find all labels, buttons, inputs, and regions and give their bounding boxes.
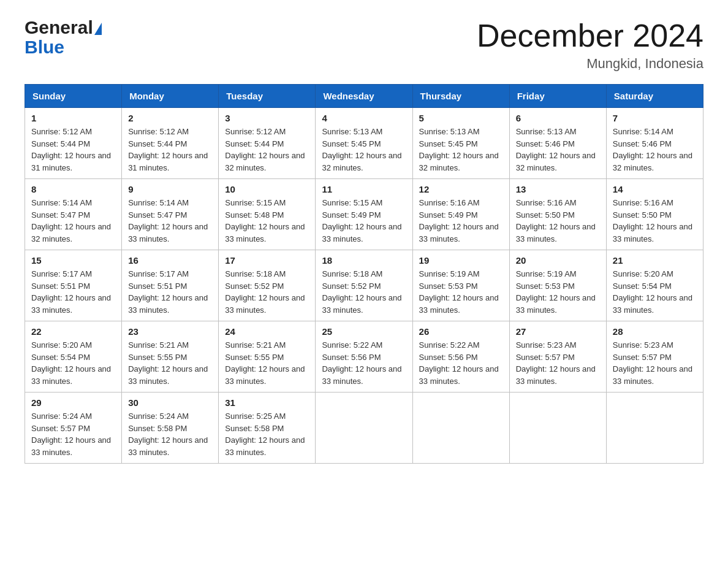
table-row: 28 Sunrise: 5:23 AM Sunset: 5:57 PM Dayl… — [606, 321, 703, 393]
day-number: 3 — [225, 113, 309, 123]
sunrise-label: Sunrise: 5:25 AM — [225, 412, 286, 421]
sunset-label: Sunset: 5:44 PM — [31, 139, 90, 148]
sunrise-label: Sunrise: 5:15 AM — [225, 198, 286, 207]
day-info: Sunrise: 5:16 AM Sunset: 5:50 PM Dayligh… — [613, 197, 697, 245]
daylight-label: Daylight: 12 hours and 33 minutes. — [128, 435, 208, 457]
daylight-label: Daylight: 12 hours and 33 minutes. — [128, 293, 208, 315]
day-info: Sunrise: 5:24 AM Sunset: 5:58 PM Dayligh… — [128, 410, 212, 458]
day-info: Sunrise: 5:17 AM Sunset: 5:51 PM Dayligh… — [128, 268, 212, 316]
day-number: 28 — [613, 326, 697, 337]
daylight-label: Daylight: 12 hours and 31 minutes. — [31, 151, 111, 172]
table-row: 1 Sunrise: 5:12 AM Sunset: 5:44 PM Dayli… — [25, 108, 122, 179]
day-number: 19 — [419, 255, 503, 266]
daylight-label: Daylight: 12 hours and 33 minutes. — [419, 364, 499, 386]
day-info: Sunrise: 5:12 AM Sunset: 5:44 PM Dayligh… — [128, 126, 212, 174]
daylight-label: Daylight: 12 hours and 33 minutes. — [31, 435, 111, 457]
sunrise-label: Sunrise: 5:19 AM — [419, 269, 480, 278]
daylight-label: Daylight: 12 hours and 33 minutes. — [516, 293, 596, 315]
sunset-label: Sunset: 5:51 PM — [31, 282, 90, 291]
sunset-label: Sunset: 5:52 PM — [225, 282, 284, 291]
day-number: 5 — [419, 113, 503, 123]
day-info: Sunrise: 5:12 AM Sunset: 5:44 PM Dayligh… — [31, 126, 115, 174]
sunset-label: Sunset: 5:49 PM — [419, 210, 478, 220]
sunset-label: Sunset: 5:44 PM — [128, 139, 187, 148]
table-row: 12 Sunrise: 5:16 AM Sunset: 5:49 PM Dayl… — [412, 179, 509, 250]
daylight-label: Daylight: 12 hours and 33 minutes. — [128, 364, 208, 386]
daylight-label: Daylight: 12 hours and 33 minutes. — [516, 364, 596, 386]
day-info: Sunrise: 5:15 AM Sunset: 5:49 PM Dayligh… — [322, 197, 406, 245]
page-header: General Blue December 2024 Mungkid, Indo… — [25, 18, 703, 72]
table-row: 4 Sunrise: 5:13 AM Sunset: 5:45 PM Dayli… — [316, 108, 412, 179]
day-number: 7 — [613, 113, 697, 123]
daylight-label: Daylight: 12 hours and 32 minutes. — [31, 222, 111, 243]
col-sunday: Sunday — [25, 85, 122, 108]
table-row: 3 Sunrise: 5:12 AM Sunset: 5:44 PM Dayli… — [219, 108, 316, 179]
sunrise-label: Sunrise: 5:16 AM — [419, 198, 480, 207]
day-info: Sunrise: 5:14 AM Sunset: 5:47 PM Dayligh… — [128, 197, 212, 245]
col-monday: Monday — [122, 85, 219, 108]
sunset-label: Sunset: 5:57 PM — [516, 353, 575, 362]
daylight-label: Daylight: 12 hours and 33 minutes. — [225, 293, 305, 315]
table-row: 21 Sunrise: 5:20 AM Sunset: 5:54 PM Dayl… — [606, 250, 703, 321]
table-row: 25 Sunrise: 5:22 AM Sunset: 5:56 PM Dayl… — [316, 321, 412, 393]
day-info: Sunrise: 5:16 AM Sunset: 5:49 PM Dayligh… — [419, 197, 503, 245]
daylight-label: Daylight: 12 hours and 32 minutes. — [516, 151, 596, 172]
sunset-label: Sunset: 5:54 PM — [31, 353, 90, 362]
day-number: 22 — [31, 326, 115, 337]
day-number: 6 — [516, 113, 600, 123]
daylight-label: Daylight: 12 hours and 33 minutes. — [31, 293, 111, 315]
day-info: Sunrise: 5:13 AM Sunset: 5:45 PM Dayligh… — [419, 126, 503, 174]
sunrise-label: Sunrise: 5:22 AM — [419, 340, 480, 350]
day-info: Sunrise: 5:23 AM Sunset: 5:57 PM Dayligh… — [516, 339, 600, 387]
sunrise-label: Sunrise: 5:12 AM — [128, 127, 189, 136]
day-info: Sunrise: 5:12 AM Sunset: 5:44 PM Dayligh… — [225, 126, 309, 174]
sunrise-label: Sunrise: 5:20 AM — [613, 269, 673, 278]
sunset-label: Sunset: 5:55 PM — [128, 353, 187, 362]
calendar-week-row: 29 Sunrise: 5:24 AM Sunset: 5:57 PM Dayl… — [25, 393, 703, 464]
sunrise-label: Sunrise: 5:17 AM — [128, 269, 189, 278]
day-number: 24 — [225, 326, 309, 337]
logo-blue-text: Blue — [25, 37, 64, 57]
calendar-table: Sunday Monday Tuesday Wednesday Thursday… — [25, 84, 703, 464]
calendar-week-row: 22 Sunrise: 5:20 AM Sunset: 5:54 PM Dayl… — [25, 321, 703, 393]
col-saturday: Saturday — [606, 85, 703, 108]
daylight-label: Daylight: 12 hours and 33 minutes. — [419, 293, 499, 315]
daylight-label: Daylight: 12 hours and 33 minutes. — [31, 364, 111, 386]
daylight-label: Daylight: 12 hours and 32 minutes. — [225, 151, 305, 172]
day-number: 16 — [128, 255, 212, 266]
table-row: 27 Sunrise: 5:23 AM Sunset: 5:57 PM Dayl… — [509, 321, 606, 393]
table-row — [316, 393, 412, 464]
sunset-label: Sunset: 5:51 PM — [128, 282, 187, 291]
table-row: 29 Sunrise: 5:24 AM Sunset: 5:57 PM Dayl… — [25, 393, 122, 464]
sunset-label: Sunset: 5:48 PM — [225, 210, 284, 220]
sunrise-label: Sunrise: 5:21 AM — [128, 340, 189, 350]
day-info: Sunrise: 5:24 AM Sunset: 5:57 PM Dayligh… — [31, 410, 115, 458]
day-number: 26 — [419, 326, 503, 337]
daylight-label: Daylight: 12 hours and 32 minutes. — [322, 151, 401, 172]
sunrise-label: Sunrise: 5:16 AM — [613, 198, 673, 207]
table-row: 17 Sunrise: 5:18 AM Sunset: 5:52 PM Dayl… — [219, 250, 316, 321]
day-info: Sunrise: 5:21 AM Sunset: 5:55 PM Dayligh… — [128, 339, 212, 387]
month-year-title: December 2024 — [477, 18, 703, 53]
day-info: Sunrise: 5:19 AM Sunset: 5:53 PM Dayligh… — [516, 268, 600, 316]
day-info: Sunrise: 5:19 AM Sunset: 5:53 PM Dayligh… — [419, 268, 503, 316]
location-subtitle: Mungkid, Indonesia — [477, 56, 703, 72]
daylight-label: Daylight: 12 hours and 32 minutes. — [419, 151, 499, 172]
table-row: 14 Sunrise: 5:16 AM Sunset: 5:50 PM Dayl… — [606, 179, 703, 250]
day-number: 30 — [128, 397, 212, 408]
sunrise-label: Sunrise: 5:19 AM — [516, 269, 577, 278]
daylight-label: Daylight: 12 hours and 33 minutes. — [516, 222, 596, 243]
calendar-week-row: 8 Sunrise: 5:14 AM Sunset: 5:47 PM Dayli… — [25, 179, 703, 250]
sunset-label: Sunset: 5:49 PM — [322, 210, 381, 220]
sunrise-label: Sunrise: 5:21 AM — [225, 340, 286, 350]
day-number: 18 — [322, 255, 406, 266]
daylight-label: Daylight: 12 hours and 33 minutes. — [322, 222, 401, 243]
sunset-label: Sunset: 5:44 PM — [225, 139, 284, 148]
table-row: 22 Sunrise: 5:20 AM Sunset: 5:54 PM Dayl… — [25, 321, 122, 393]
calendar-week-row: 15 Sunrise: 5:17 AM Sunset: 5:51 PM Dayl… — [25, 250, 703, 321]
day-info: Sunrise: 5:25 AM Sunset: 5:58 PM Dayligh… — [225, 410, 309, 458]
daylight-label: Daylight: 12 hours and 33 minutes. — [322, 293, 401, 315]
sunset-label: Sunset: 5:58 PM — [128, 424, 187, 433]
day-info: Sunrise: 5:18 AM Sunset: 5:52 PM Dayligh… — [225, 268, 309, 316]
daylight-label: Daylight: 12 hours and 33 minutes. — [322, 364, 401, 386]
